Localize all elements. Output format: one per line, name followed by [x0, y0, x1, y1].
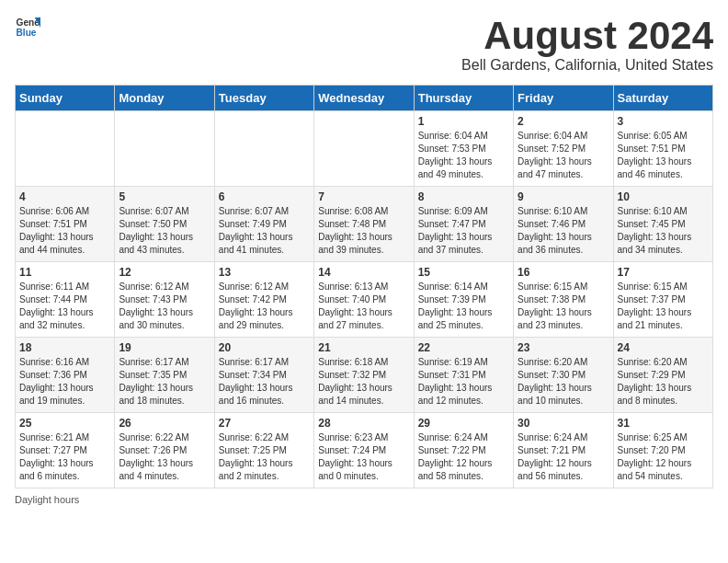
calendar-cell [115, 111, 214, 187]
calendar-week-row: 1Sunrise: 6:04 AM Sunset: 7:53 PM Daylig… [16, 111, 713, 187]
calendar-cell: 9Sunrise: 6:10 AM Sunset: 7:46 PM Daylig… [514, 187, 613, 262]
calendar-cell: 28Sunrise: 6:23 AM Sunset: 7:24 PM Dayli… [314, 413, 414, 488]
calendar-week-row: 25Sunrise: 6:21 AM Sunset: 7:27 PM Dayli… [16, 413, 713, 488]
day-number: 30 [518, 417, 609, 430]
day-number: 17 [618, 266, 709, 279]
day-info: Sunrise: 6:20 AM Sunset: 7:30 PM Dayligh… [518, 356, 609, 408]
calendar-cell: 13Sunrise: 6:12 AM Sunset: 7:42 PM Dayli… [214, 262, 313, 338]
day-info: Sunrise: 6:19 AM Sunset: 7:31 PM Dayligh… [418, 356, 509, 408]
day-number: 5 [119, 190, 210, 203]
calendar-cell: 18Sunrise: 6:16 AM Sunset: 7:36 PM Dayli… [16, 338, 115, 413]
calendar-cell [314, 111, 414, 187]
day-number: 20 [219, 341, 310, 354]
day-number: 6 [219, 190, 310, 203]
calendar-cell: 14Sunrise: 6:13 AM Sunset: 7:40 PM Dayli… [314, 262, 414, 338]
day-number: 7 [318, 190, 409, 203]
day-info: Sunrise: 6:04 AM Sunset: 7:52 PM Dayligh… [518, 130, 609, 181]
day-info: Sunrise: 6:24 AM Sunset: 7:21 PM Dayligh… [518, 431, 609, 483]
calendar-cell [16, 111, 115, 187]
day-number: 24 [618, 341, 709, 354]
day-number: 27 [219, 417, 310, 430]
day-number: 22 [418, 341, 509, 354]
day-number: 4 [19, 190, 110, 203]
day-number: 8 [418, 190, 509, 203]
day-info: Sunrise: 6:18 AM Sunset: 7:32 PM Dayligh… [318, 356, 409, 408]
day-number: 16 [518, 266, 609, 279]
calendar-cell: 15Sunrise: 6:14 AM Sunset: 7:39 PM Dayli… [414, 262, 513, 338]
header: General Blue August 2024 Bell Gardens, C… [15, 15, 713, 74]
calendar-cell: 20Sunrise: 6:17 AM Sunset: 7:34 PM Dayli… [214, 338, 313, 413]
day-number: 13 [219, 266, 310, 279]
day-number: 28 [318, 417, 409, 430]
calendar-cell: 1Sunrise: 6:04 AM Sunset: 7:53 PM Daylig… [414, 111, 513, 187]
calendar-header: SundayMondayTuesdayWednesdayThursdayFrid… [16, 86, 713, 111]
calendar-cell: 24Sunrise: 6:20 AM Sunset: 7:29 PM Dayli… [613, 338, 712, 413]
calendar-cell: 3Sunrise: 6:05 AM Sunset: 7:51 PM Daylig… [613, 111, 712, 187]
day-of-week-header: Saturday [613, 86, 712, 111]
day-number: 11 [19, 266, 110, 279]
calendar-cell: 11Sunrise: 6:11 AM Sunset: 7:44 PM Dayli… [16, 262, 115, 338]
calendar-cell: 6Sunrise: 6:07 AM Sunset: 7:49 PM Daylig… [214, 187, 313, 262]
calendar-cell: 7Sunrise: 6:08 AM Sunset: 7:48 PM Daylig… [314, 187, 414, 262]
day-info: Sunrise: 6:04 AM Sunset: 7:53 PM Dayligh… [418, 130, 509, 181]
day-info: Sunrise: 6:06 AM Sunset: 7:51 PM Dayligh… [19, 205, 110, 257]
calendar-cell: 2Sunrise: 6:04 AM Sunset: 7:52 PM Daylig… [514, 111, 613, 187]
day-info: Sunrise: 6:21 AM Sunset: 7:27 PM Dayligh… [19, 431, 110, 483]
svg-text:Blue: Blue [17, 28, 37, 38]
calendar-table: SundayMondayTuesdayWednesdayThursdayFrid… [15, 85, 713, 488]
day-number: 15 [418, 266, 509, 279]
day-number: 18 [19, 341, 110, 354]
day-info: Sunrise: 6:14 AM Sunset: 7:39 PM Dayligh… [418, 281, 509, 332]
day-number: 9 [518, 190, 609, 203]
generalblue-logo-icon: General Blue [15, 15, 40, 40]
day-number: 19 [119, 341, 210, 354]
day-number: 12 [119, 266, 210, 279]
calendar-cell: 29Sunrise: 6:24 AM Sunset: 7:22 PM Dayli… [414, 413, 513, 488]
day-info: Sunrise: 6:23 AM Sunset: 7:24 PM Dayligh… [318, 431, 409, 483]
day-info: Sunrise: 6:10 AM Sunset: 7:45 PM Dayligh… [618, 205, 709, 257]
calendar-cell: 12Sunrise: 6:12 AM Sunset: 7:43 PM Dayli… [115, 262, 214, 338]
logo: General Blue [15, 15, 40, 40]
day-info: Sunrise: 6:12 AM Sunset: 7:43 PM Dayligh… [119, 281, 210, 332]
calendar-cell [214, 111, 313, 187]
day-of-week-header: Tuesday [214, 86, 313, 111]
day-info: Sunrise: 6:22 AM Sunset: 7:26 PM Dayligh… [119, 431, 210, 483]
title-area: August 2024 Bell Gardens, California, Un… [461, 15, 713, 74]
calendar-cell: 30Sunrise: 6:24 AM Sunset: 7:21 PM Dayli… [514, 413, 613, 488]
day-of-week-header: Thursday [414, 86, 513, 111]
days-of-week-row: SundayMondayTuesdayWednesdayThursdayFrid… [16, 86, 713, 111]
day-number: 29 [418, 417, 509, 430]
day-info: Sunrise: 6:25 AM Sunset: 7:20 PM Dayligh… [618, 431, 709, 483]
calendar-cell: 31Sunrise: 6:25 AM Sunset: 7:20 PM Dayli… [613, 413, 712, 488]
day-info: Sunrise: 6:05 AM Sunset: 7:51 PM Dayligh… [618, 130, 709, 181]
day-of-week-header: Wednesday [314, 86, 414, 111]
day-info: Sunrise: 6:24 AM Sunset: 7:22 PM Dayligh… [418, 431, 509, 483]
calendar-cell: 27Sunrise: 6:22 AM Sunset: 7:25 PM Dayli… [214, 413, 313, 488]
day-info: Sunrise: 6:09 AM Sunset: 7:47 PM Dayligh… [418, 205, 509, 257]
page-subtitle: Bell Gardens, California, United States [461, 57, 713, 74]
calendar-cell: 4Sunrise: 6:06 AM Sunset: 7:51 PM Daylig… [16, 187, 115, 262]
day-number: 2 [518, 115, 609, 128]
day-number: 14 [318, 266, 409, 279]
calendar-week-row: 4Sunrise: 6:06 AM Sunset: 7:51 PM Daylig… [16, 187, 713, 262]
footer: Daylight hours [15, 494, 713, 505]
day-number: 3 [618, 115, 709, 128]
calendar-cell: 26Sunrise: 6:22 AM Sunset: 7:26 PM Dayli… [115, 413, 214, 488]
day-number: 10 [618, 190, 709, 203]
day-number: 31 [618, 417, 709, 430]
calendar-cell: 8Sunrise: 6:09 AM Sunset: 7:47 PM Daylig… [414, 187, 513, 262]
day-number: 1 [418, 115, 509, 128]
day-info: Sunrise: 6:07 AM Sunset: 7:50 PM Dayligh… [119, 205, 210, 257]
day-info: Sunrise: 6:20 AM Sunset: 7:29 PM Dayligh… [618, 356, 709, 408]
day-info: Sunrise: 6:17 AM Sunset: 7:34 PM Dayligh… [219, 356, 310, 408]
day-of-week-header: Friday [514, 86, 613, 111]
calendar-cell: 19Sunrise: 6:17 AM Sunset: 7:35 PM Dayli… [115, 338, 214, 413]
calendar-cell: 16Sunrise: 6:15 AM Sunset: 7:38 PM Dayli… [514, 262, 613, 338]
day-info: Sunrise: 6:10 AM Sunset: 7:46 PM Dayligh… [518, 205, 609, 257]
day-info: Sunrise: 6:07 AM Sunset: 7:49 PM Dayligh… [219, 205, 310, 257]
calendar-body: 1Sunrise: 6:04 AM Sunset: 7:53 PM Daylig… [16, 111, 713, 488]
day-info: Sunrise: 6:15 AM Sunset: 7:38 PM Dayligh… [518, 281, 609, 332]
day-number: 26 [119, 417, 210, 430]
calendar-cell: 23Sunrise: 6:20 AM Sunset: 7:30 PM Dayli… [514, 338, 613, 413]
calendar-week-row: 18Sunrise: 6:16 AM Sunset: 7:36 PM Dayli… [16, 338, 713, 413]
